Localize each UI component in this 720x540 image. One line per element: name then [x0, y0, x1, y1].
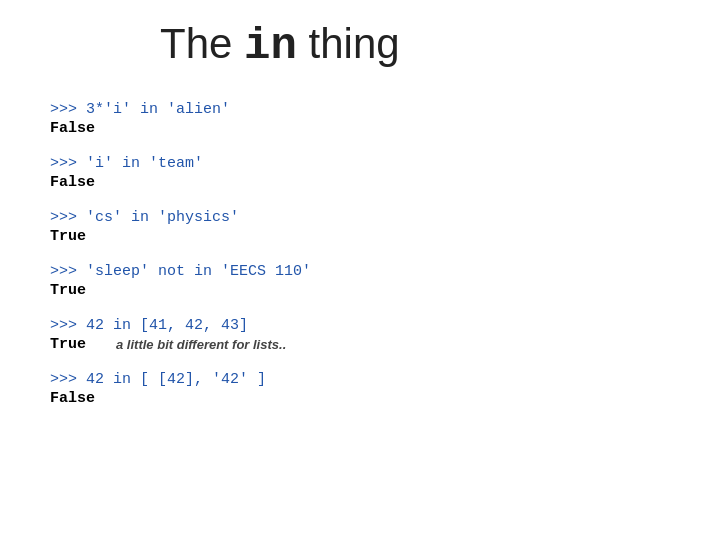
code-block-1: >>> 3*'i' in 'alien'False	[50, 101, 680, 137]
prompt-line-1: >>> 3*'i' in 'alien'	[50, 101, 680, 118]
code-block-3: >>> 'cs' in 'physics'True	[50, 209, 680, 245]
result-line-4: True	[50, 282, 680, 299]
title-suffix: thing	[297, 20, 400, 67]
result-line-5: Truea little bit different for lists..	[50, 336, 680, 353]
result-line-3: True	[50, 228, 680, 245]
note-text-5: a little bit different for lists..	[116, 337, 286, 352]
prompt-line-4: >>> 'sleep' not in 'EECS 110'	[50, 263, 680, 280]
result-line-2: False	[50, 174, 680, 191]
prompt-line-2: >>> 'i' in 'team'	[50, 155, 680, 172]
result-value-5: True	[50, 336, 86, 353]
examples-container: >>> 3*'i' in 'alien'False>>> 'i' in 'tea…	[40, 101, 680, 407]
prompt-line-5: >>> 42 in [41, 42, 43]	[50, 317, 680, 334]
code-block-6: >>> 42 in [ [42], '42' ]False	[50, 371, 680, 407]
title-highlight: in	[244, 21, 297, 71]
result-line-6: False	[50, 390, 680, 407]
page-title: The in thing	[160, 20, 680, 71]
prompt-line-3: >>> 'cs' in 'physics'	[50, 209, 680, 226]
result-line-1: False	[50, 120, 680, 137]
code-block-2: >>> 'i' in 'team'False	[50, 155, 680, 191]
code-block-4: >>> 'sleep' not in 'EECS 110'True	[50, 263, 680, 299]
prompt-line-6: >>> 42 in [ [42], '42' ]	[50, 371, 680, 388]
code-block-5: >>> 42 in [41, 42, 43]Truea little bit d…	[50, 317, 680, 353]
title-prefix: The	[160, 20, 244, 67]
